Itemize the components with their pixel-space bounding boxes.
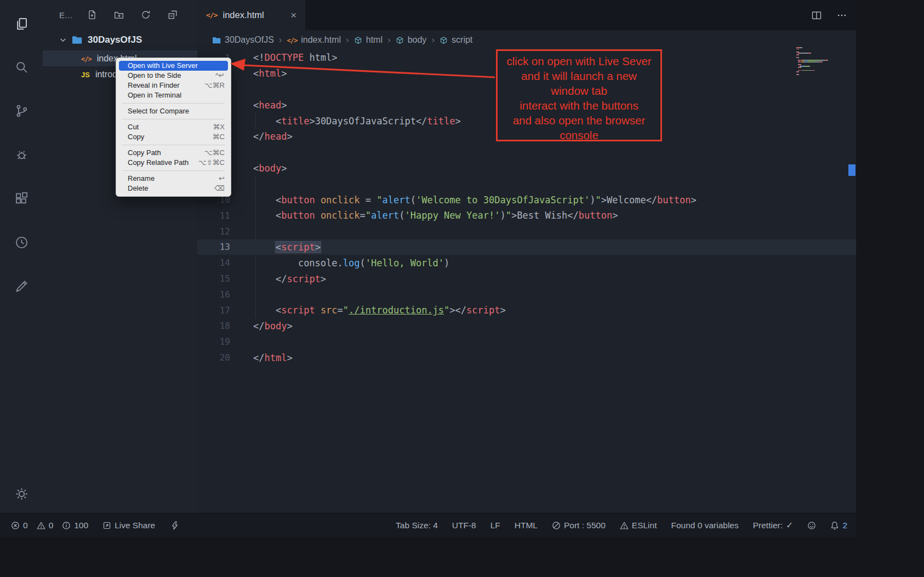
warning-icon [37, 521, 45, 530]
minimap-line [796, 67, 846, 68]
minimap-line [796, 73, 846, 74]
check-icon: ✓ [786, 520, 793, 530]
breadcrumb-item-script[interactable]: script [440, 35, 472, 45]
notification-count: 2 [842, 521, 847, 530]
variables-indicator[interactable]: Found 0 variables [671, 521, 738, 530]
eol-indicator[interactable]: LF [490, 521, 500, 530]
notifications-bell[interactable]: 2 [830, 521, 847, 530]
minimap-line [796, 47, 846, 48]
menu-item-shortcut: ⌘C [213, 132, 225, 142]
status-bar: 0 0 100 Live Share Tab [0, 513, 856, 537]
workspace-folder-30daysofjs[interactable]: 30DaysOfJS [43, 32, 197, 48]
tab-label: index.html [223, 10, 264, 20]
code-line-13[interactable]: 13 <script> [197, 239, 856, 255]
menu-item-label: Copy Relative Path [128, 158, 189, 168]
code-line-20[interactable]: 20</html> [197, 350, 856, 365]
menu-item-copy-path[interactable]: Copy Path⌥⌘C [119, 148, 228, 158]
menu-item-copy[interactable]: Copy⌘C [119, 132, 228, 142]
files-icon[interactable] [0, 8, 43, 39]
code-line-15[interactable]: 15 </script> [197, 271, 856, 287]
extensions-icon[interactable] [0, 182, 43, 214]
refresh-icon[interactable] [141, 10, 151, 20]
info-indicator[interactable]: 100 [62, 521, 88, 530]
source-control-icon[interactable] [0, 95, 43, 127]
breadcrumb-label: index.html [301, 35, 341, 45]
menu-item-open-in-terminal[interactable]: Open in Terminal [119, 90, 228, 100]
live-share-button[interactable]: Live Share [102, 521, 155, 530]
code-line-9[interactable]: 9 [197, 176, 856, 192]
errors-indicator[interactable]: 0 [11, 521, 28, 530]
annotation-box: click on open with Live Severand it will… [496, 49, 662, 141]
menu-item-shortcut: ⌫ [215, 184, 225, 193]
eslint-status[interactable]: ESLint [620, 521, 657, 530]
minimap-line [796, 56, 846, 57]
code-line-14[interactable]: 14 console.log('Hello, World') [197, 255, 856, 271]
breadcrumb-item-index-html[interactable]: </>index.html [287, 35, 341, 45]
pen-icon[interactable] [0, 270, 43, 302]
breadcrumb-item-html[interactable]: html [354, 35, 383, 45]
html-file-icon: </> [81, 54, 92, 64]
line-number: 12 [197, 226, 230, 237]
code-line-12[interactable]: 12 [197, 224, 856, 239]
minimap-line [796, 61, 846, 62]
line-content: <script src="./introduction.js"></script… [253, 305, 506, 316]
annotation-line: console [498, 128, 660, 142]
scrollbar[interactable] [848, 0, 856, 513]
new-folder-icon[interactable] [114, 10, 124, 20]
language-mode-indicator[interactable]: HTML [515, 521, 538, 530]
line-content: <head> [253, 100, 287, 111]
close-tab-icon[interactable]: × [290, 10, 296, 20]
encoding-indicator[interactable]: UTF-8 [452, 521, 476, 530]
menu-item-label: Select for Compare [128, 106, 189, 116]
annotation-line: interact with the buttons [498, 98, 660, 113]
symbol-cube-icon [396, 36, 404, 44]
line-number: 13 [197, 242, 230, 252]
menu-item-copy-relative-path[interactable]: Copy Relative Path⌥⇧⌘C [119, 158, 228, 168]
tab-size-indicator[interactable]: Tab Size: 4 [396, 521, 438, 530]
new-file-icon[interactable] [87, 10, 97, 20]
code-line-19[interactable]: 19 [197, 334, 856, 350]
code-line-7[interactable]: 7 [197, 145, 856, 161]
code-line-8[interactable]: 8<body> [197, 161, 856, 176]
menu-item-select-for-compare[interactable]: Select for Compare [119, 106, 228, 116]
menu-item-reveal-in-finder[interactable]: Reveal in Finder⌥⌘R [119, 81, 228, 90]
menu-item-delete[interactable]: Delete⌫ [119, 184, 228, 193]
run-debug-icon[interactable] [0, 139, 43, 170]
settings-gear-icon[interactable] [0, 478, 43, 510]
lightning-icon[interactable] [170, 521, 179, 530]
menu-item-cut[interactable]: Cut⌘X [119, 122, 228, 132]
live-server-port[interactable]: Port : 5500 [552, 521, 606, 530]
search-icon[interactable] [0, 51, 43, 83]
folder-icon [213, 36, 221, 44]
breadcrumb-label: script [452, 35, 472, 45]
workspace-folder-label: 30DaysOfJS [88, 35, 142, 45]
collapse-all-icon[interactable] [168, 10, 178, 20]
more-actions-icon[interactable] [836, 10, 847, 21]
warnings-indicator[interactable]: 0 [37, 521, 54, 530]
warning-icon [620, 521, 629, 530]
line-content: <script> [253, 242, 321, 253]
minimap[interactable] [796, 47, 846, 76]
feedback-smiley-icon[interactable] [807, 521, 816, 530]
menu-item-rename[interactable]: Rename↩ [119, 174, 228, 184]
code-line-16[interactable]: 16 [197, 287, 856, 302]
clock-history-icon[interactable] [0, 226, 43, 258]
code-line-11[interactable]: 11 <button onclick="alert('Happy New Yea… [197, 208, 856, 224]
menu-item-open-to-the-side[interactable]: Open to the Side^↵ [119, 71, 228, 81]
prettier-status[interactable]: Prettier: ✓ [753, 520, 794, 530]
breadcrumb-item-30daysofjs[interactable]: 30DaysOfJS [213, 35, 274, 45]
split-editor-icon[interactable] [811, 10, 822, 21]
breadcrumb-label: 30DaysOfJS [225, 35, 274, 45]
code-line-17[interactable]: 17 <script src="./introduction.js"></scr… [197, 302, 856, 318]
menu-item-open-with-live-server[interactable]: Open with Live Server [119, 61, 228, 71]
menu-item-label: Copy Path [128, 148, 161, 158]
code-line-10[interactable]: 10 <button onclick = "alert('Welcome to … [197, 192, 856, 208]
bell-icon [830, 521, 839, 530]
tab-index-html[interactable]: </> index.html × [197, 0, 305, 30]
code-line-18[interactable]: 18</body> [197, 318, 856, 334]
menu-separator [122, 119, 225, 119]
line-number: 18 [197, 321, 230, 331]
overview-ruler-mark [848, 164, 855, 176]
breadcrumb-item-body[interactable]: body [396, 35, 427, 45]
share-arrow-icon [102, 521, 111, 530]
